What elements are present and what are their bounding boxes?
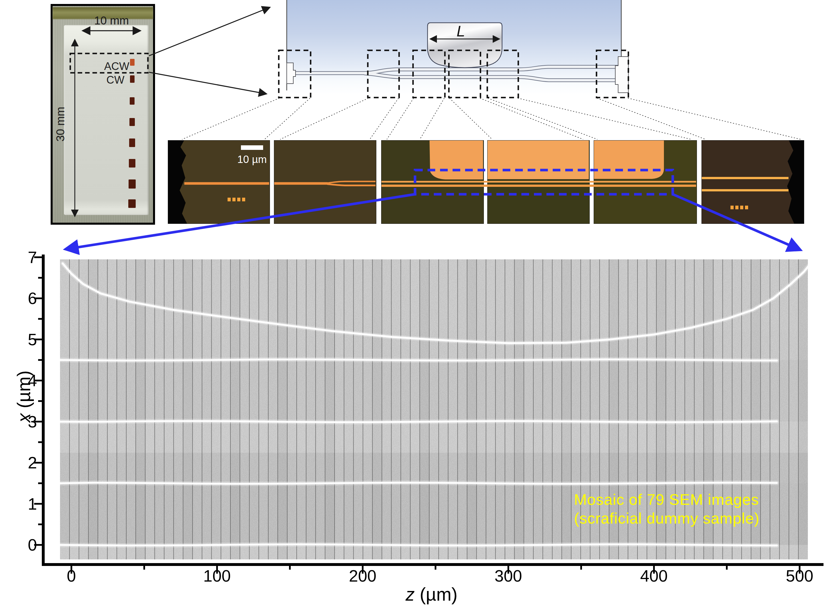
roi-leader-lines: [182, 98, 801, 139]
device-pad-squares: [128, 59, 136, 208]
sem-zoom-arrow-right: [673, 194, 800, 250]
micrograph-waveguide-lines: [184, 178, 789, 190]
micrograph-metal-pads: [430, 141, 664, 179]
scale-bar: [241, 145, 263, 150]
magnify-arrow-upper: [149, 7, 270, 56]
coupler-probe-block: [427, 23, 502, 68]
left-facet-connector: [287, 63, 295, 84]
waveguide-core: [293, 67, 618, 80]
figure-overlay-graphics: [0, 0, 840, 616]
alignment-mark-dashes: [228, 198, 748, 209]
photo-roi-dashed-box: [70, 53, 148, 73]
sem-zoom-arrow-left: [66, 194, 415, 249]
sem-plot-axes: [34, 256, 822, 573]
magnify-arrow-lower: [149, 72, 266, 94]
figure-canvas: 10 mm 30 mm ACW CW L 10 µm Mosaic of 79 …: [0, 0, 840, 616]
right-facet-connector: [615, 57, 629, 93]
